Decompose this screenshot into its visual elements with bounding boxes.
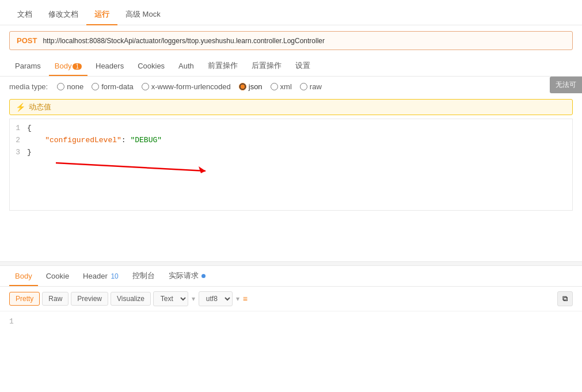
url-bar: POST http://localhost:8088/StockApi/actu… [9,31,573,50]
line-num-3: 3 [10,147,27,159]
resp-tab-body[interactable]: Body [9,267,38,286]
resp-btn-preview[interactable]: Preview [71,292,108,306]
svg-line-0 [56,163,206,171]
tab-cookies[interactable]: Cookies [132,57,170,76]
code-line-2: 2 "configuredLevel": "DEBUG" [10,135,572,147]
editor-spacer [0,211,582,257]
tab-post-op[interactable]: 后置操作 [246,56,287,77]
svg-marker-1 [199,166,206,173]
tab-settings[interactable]: 设置 [290,56,316,77]
code-line-1: 1 { [10,123,572,135]
dynamic-banner: ⚡ 动态值 [9,99,573,115]
resp-btn-pretty[interactable]: Pretty [9,292,40,306]
red-arrow-annotation [56,158,229,176]
media-none[interactable]: none [57,82,83,91]
media-raw[interactable]: raw [300,82,322,91]
body-badge: 1 [73,63,82,70]
media-type-label: media type: [9,82,48,91]
top-nav: 文档 修改文档 运行 高级 Mock [0,0,582,25]
filter-icon[interactable]: ≡ [243,294,248,303]
text-format-select[interactable]: Text [153,291,188,306]
resp-btn-raw[interactable]: Raw [42,292,69,306]
media-type-row: media type: none form-data x-www-form-ur… [0,77,582,97]
nav-run[interactable]: 运行 [86,5,117,25]
media-xml[interactable]: xml [271,82,292,91]
code-content-3: } [27,147,572,159]
code-content-2: "configuredLevel": "DEBUG" [27,135,572,147]
dynamic-label: 动态值 [29,102,51,112]
resp-tab-actual-request[interactable]: 实际请求 [163,266,212,287]
actual-request-dot [201,274,206,278]
tab-auth[interactable]: Auth [173,57,200,76]
tab-headers[interactable]: Headers [90,57,130,76]
chevron-down-icon-2: ▾ [235,295,241,303]
overflow-tooltip: 无法可 [550,77,582,93]
resp-tab-cookie[interactable]: Cookie [40,267,75,286]
nav-advanced-mock[interactable]: 高级 Mock [117,5,169,25]
media-type-options: none form-data x-www-form-urlencoded jso… [57,82,322,91]
chevron-down-icon: ▾ [191,295,196,303]
copy-icon[interactable]: ⧉ [557,291,573,306]
media-json[interactable]: json [239,82,263,91]
code-content-1: { [27,123,572,135]
response-toolbar: Pretty Raw Preview Visualize Text ▾ utf8… [0,287,582,311]
nav-edit-docs[interactable]: 修改文档 [40,5,86,25]
line-num-2: 2 [10,135,27,147]
code-editor[interactable]: 1 { 2 "configuredLevel": "DEBUG" 3 } [9,119,573,211]
code-line-3: 3 } [10,147,572,159]
request-tabs: Params Body1 Headers Cookies Auth 前置操作 后… [0,56,582,77]
encoding-select[interactable]: utf8 [199,291,233,306]
url-text: http://localhost:8088/StockApi/actuator/… [43,37,325,45]
response-body: 1 [0,311,582,357]
tab-body[interactable]: Body1 [49,57,88,76]
resp-tab-console[interactable]: 控制台 [127,266,161,287]
resp-tab-header[interactable]: Header 10 [77,267,124,286]
line-num-1: 1 [10,123,27,135]
header-num-badge: 10 [111,272,118,280]
media-urlencoded[interactable]: x-www-form-urlencoded [142,82,231,91]
resp-btn-visualize[interactable]: Visualize [111,292,151,306]
tab-pre-op[interactable]: 前置操作 [202,56,244,77]
tab-params[interactable]: Params [9,57,47,76]
resp-line-1: 1 [9,316,573,328]
media-form-data[interactable]: form-data [92,82,134,91]
method-badge: POST [17,36,37,45]
section-divider [0,261,582,266]
nav-docs[interactable]: 文档 [9,5,40,25]
response-tabs: Body Cookie Header 10 控制台 实际请求 [0,266,582,287]
dynamic-icon: ⚡ [16,102,25,112]
resp-line-num-1: 1 [9,316,21,328]
